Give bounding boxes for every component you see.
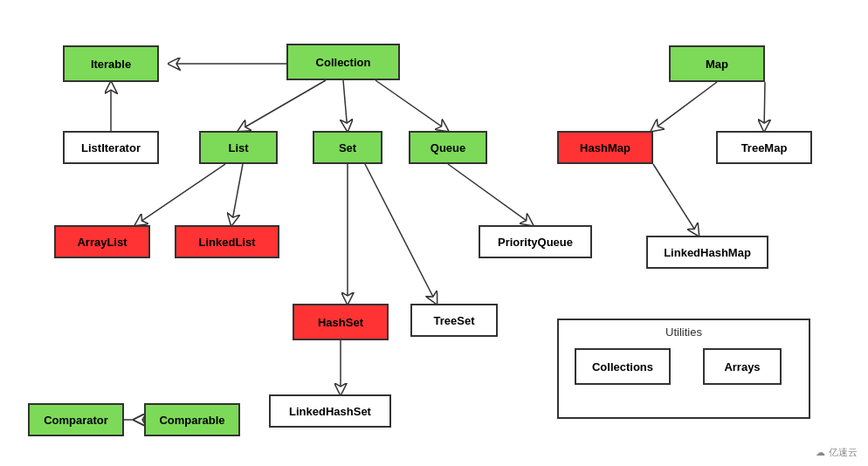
node-linkedlist: LinkedList — [175, 225, 279, 258]
svg-line-2 — [343, 80, 348, 131]
node-iterable: Iterable — [63, 45, 159, 82]
node-arraylist: ArrayList — [54, 225, 150, 258]
node-queue: Queue — [409, 131, 487, 164]
svg-line-9 — [365, 164, 437, 304]
svg-line-11 — [653, 164, 699, 236]
node-map: Map — [669, 45, 765, 82]
svg-line-3 — [375, 80, 448, 131]
node-arrays: Arrays — [703, 348, 782, 385]
node-comparable: Comparable — [144, 403, 240, 436]
node-treemap: TreeMap — [716, 131, 812, 164]
svg-line-5 — [764, 82, 765, 131]
node-linkedhashset: LinkedHashSet — [269, 394, 391, 428]
node-hashmap: HashMap — [557, 131, 653, 164]
watermark-icon: ☁ — [816, 447, 825, 458]
node-set: Set — [313, 131, 382, 164]
svg-line-1 — [238, 80, 326, 131]
node-linkedhashmap: LinkedHashMap — [646, 236, 768, 269]
node-comparator: Comparator — [28, 403, 124, 436]
watermark-text: 亿速云 — [829, 446, 858, 459]
node-collection: Collection — [286, 44, 400, 80]
node-list: List — [199, 131, 278, 164]
diagram-container: Iterable Collection Map ListIterator Lis… — [0, 0, 868, 466]
node-listiterator: ListIterator — [63, 131, 159, 164]
svg-line-7 — [231, 164, 243, 225]
svg-line-4 — [651, 82, 717, 131]
node-hashset: HashSet — [293, 304, 389, 340]
svg-line-10 — [448, 164, 533, 225]
node-priorityqueue: PriorityQueue — [479, 225, 592, 258]
node-treeset: TreeSet — [410, 304, 498, 337]
svg-line-6 — [135, 164, 225, 225]
utilities-box: Utilities Collections Arrays — [557, 319, 810, 419]
utilities-label: Utilities — [559, 326, 809, 339]
node-collections: Collections — [575, 348, 671, 385]
watermark: ☁ 亿速云 — [816, 446, 858, 459]
